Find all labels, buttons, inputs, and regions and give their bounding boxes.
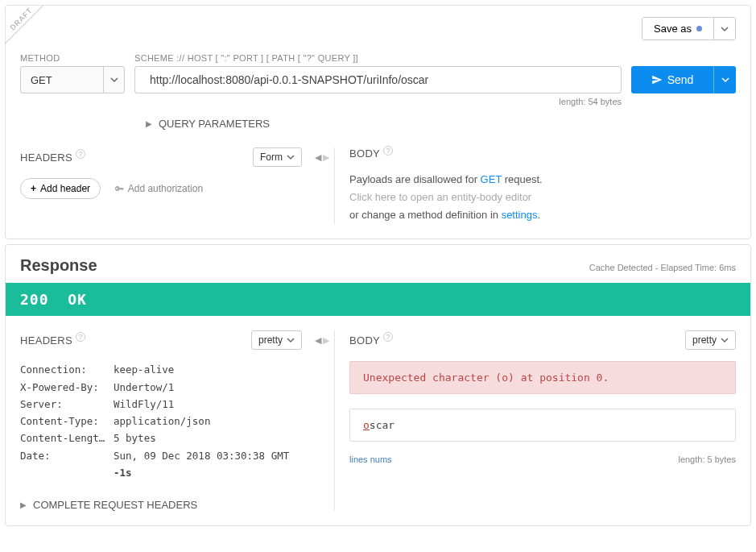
req-body-title: BODY — [349, 147, 380, 160]
chevron-down-icon — [110, 76, 118, 84]
query-parameters-toggle[interactable]: ▶ QUERY PARAMETERS — [20, 118, 736, 130]
method-select[interactable]: GET — [20, 66, 125, 93]
add-header-button[interactable]: + Add header — [20, 178, 101, 199]
help-icon[interactable]: ? — [76, 149, 85, 159]
settings-link[interactable]: settings — [502, 209, 538, 221]
method-value: GET — [21, 74, 103, 86]
url-label: SCHEME :// HOST [ ":" PORT ] [ PATH [ "?… — [134, 53, 622, 63]
key-icon: 🔑︎ — [115, 184, 124, 193]
chevron-down-icon — [721, 25, 729, 33]
panel-collapse-arrows[interactable]: ◀ ▶ — [315, 330, 329, 346]
header-row: Server:WildFly/11 — [20, 396, 302, 413]
url-input[interactable] — [134, 66, 622, 93]
header-row: X-Powered-By:Undertow/1 — [20, 379, 302, 396]
chevron-down-icon — [287, 153, 295, 161]
method-label: METHOD — [20, 53, 125, 63]
url-length: length: 54 bytes — [134, 97, 622, 106]
save-as-group: Save as — [642, 17, 736, 40]
paper-plane-icon — [651, 74, 663, 85]
response-length: length: 5 bytes — [678, 454, 736, 464]
caret-right-icon: ▶ — [20, 500, 27, 509]
caret-left-icon: ◀ — [315, 152, 321, 163]
parse-error-box: Unexpected character (o) at position 0. — [349, 361, 736, 394]
status-code: 200 — [20, 291, 49, 308]
method-link[interactable]: GET — [481, 173, 502, 185]
caret-right-icon: ▶ — [323, 152, 329, 163]
unsaved-dot-icon — [696, 26, 702, 31]
help-icon[interactable]: ? — [76, 332, 85, 342]
resp-body-title: BODY — [349, 334, 380, 347]
response-title: Response — [20, 256, 97, 275]
save-as-button[interactable]: Save as — [642, 18, 713, 39]
open-body-editor-link[interactable]: Click here to open an entity-body editor — [349, 189, 736, 206]
plus-icon: + — [31, 183, 36, 194]
caret-right-icon: ▶ — [323, 335, 329, 346]
response-card: Response Cache Detected - Elapsed Time: … — [5, 244, 751, 526]
help-icon[interactable]: ? — [383, 332, 393, 342]
complete-request-headers-toggle[interactable]: ▶ COMPLETE REQUEST HEADERS — [20, 499, 302, 511]
response-meta: Cache Detected - Elapsed Time: 6ms — [589, 263, 736, 272]
save-as-dropdown[interactable] — [713, 18, 735, 39]
panel-collapse-arrows[interactable]: ◀ ▶ — [315, 147, 329, 163]
response-headers-list: Connection:keep-alive X-Powered-By:Under… — [20, 361, 302, 481]
status-bar: 200 OK — [6, 283, 750, 316]
status-text: OK — [68, 291, 87, 308]
caret-left-icon: ◀ — [315, 335, 321, 346]
resp-headers-mode-select[interactable]: pretty — [251, 330, 302, 350]
chevron-down-icon — [721, 76, 729, 84]
headers-mode-select[interactable]: Form — [253, 147, 302, 167]
header-row: Date:Sun, 09 Dec 2018 03:30:38 GMT -1s — [20, 447, 302, 482]
request-card: DRAFT Save as METHOD GET — [5, 5, 751, 239]
resp-headers-title: HEADERS — [20, 334, 72, 347]
header-row: Connection:keep-alive — [20, 361, 302, 378]
add-authorization-button[interactable]: 🔑︎ Add authorization — [115, 183, 203, 194]
help-icon[interactable]: ? — [383, 146, 393, 156]
send-dropdown[interactable] — [713, 66, 736, 93]
chevron-down-icon — [287, 336, 295, 344]
body-disallowed-text: Payloads are disallowed for GET request.… — [349, 171, 736, 224]
req-headers-title: HEADERS — [20, 151, 72, 164]
chevron-down-icon — [721, 336, 729, 344]
resp-body-mode-select[interactable]: pretty — [685, 330, 736, 350]
send-button[interactable]: Send — [631, 66, 713, 93]
method-dropdown-toggle[interactable] — [103, 67, 124, 93]
header-row: Content-Lengt…5 bytes — [20, 430, 302, 446]
caret-right-icon: ▶ — [146, 119, 152, 128]
response-payload[interactable]: oscar — [349, 409, 736, 442]
header-row: Content-Type:application/json — [20, 413, 302, 430]
lines-nums-toggle[interactable]: lines nums — [349, 454, 392, 464]
